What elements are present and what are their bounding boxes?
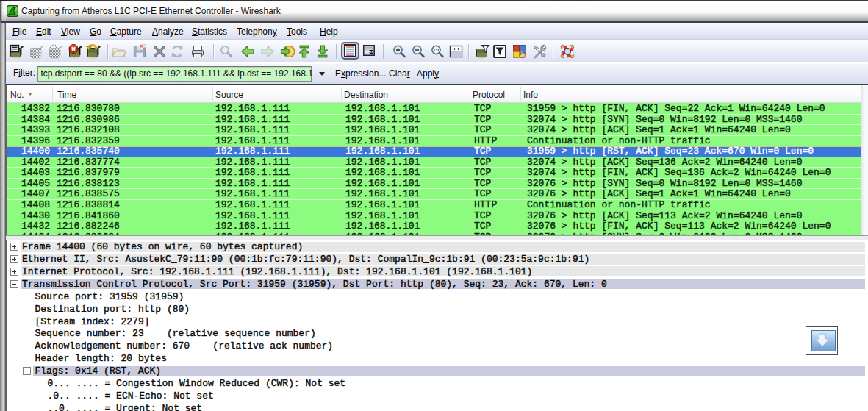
svg-text:1:1: 1:1 xyxy=(433,48,440,52)
